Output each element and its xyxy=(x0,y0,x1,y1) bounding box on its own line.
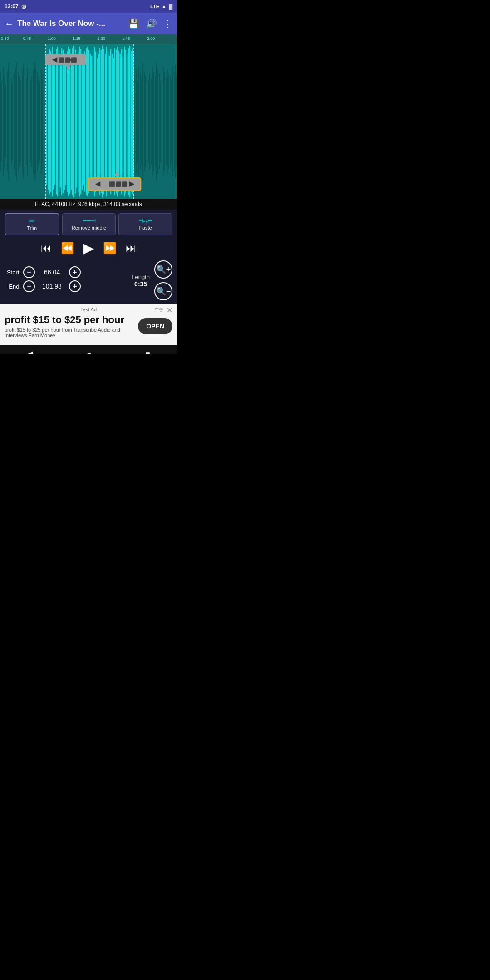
waveform-container[interactable]: ◀ ▶ ⬛⬛⬛ ◀ ▶ ⬛⬛⬛ xyxy=(0,44,177,199)
length-value: 0:35 xyxy=(134,280,147,288)
trim-button[interactable]: ⊣━⊢ Trim xyxy=(5,213,59,235)
start-plus-button[interactable]: + xyxy=(69,266,81,278)
svg-rect-94 xyxy=(125,50,126,193)
svg-rect-80 xyxy=(106,47,107,196)
ad-content: profit $15 to $25 per hour profit $15 to… xyxy=(5,314,172,338)
end-plus-button[interactable]: + xyxy=(69,280,81,292)
svg-rect-22 xyxy=(29,72,29,172)
svg-rect-62 xyxy=(82,54,83,190)
svg-rect-24 xyxy=(31,76,32,167)
zoom-in-button[interactable]: 🔍+ xyxy=(154,260,172,279)
svg-rect-16 xyxy=(20,81,21,162)
svg-rect-8 xyxy=(10,69,10,174)
svg-rect-68 xyxy=(90,54,91,190)
svg-rect-92 xyxy=(122,56,123,187)
svg-rect-83 xyxy=(110,49,111,194)
svg-rect-41 xyxy=(53,54,54,190)
start-label: Start: xyxy=(5,269,21,276)
end-minus-button[interactable]: − xyxy=(23,280,35,292)
svg-rect-78 xyxy=(103,49,104,194)
svg-rect-44 xyxy=(57,47,58,196)
svg-rect-53 xyxy=(69,49,70,194)
svg-rect-89 xyxy=(118,51,119,192)
svg-rect-43 xyxy=(56,49,57,194)
svg-rect-70 xyxy=(93,49,93,194)
svg-rect-114 xyxy=(152,67,153,176)
svg-rect-60 xyxy=(79,47,80,196)
fast-forward-button[interactable]: ⏩ xyxy=(103,242,117,255)
svg-rect-74 xyxy=(98,54,99,190)
svg-rect-130 xyxy=(174,72,175,172)
svg-rect-10 xyxy=(12,83,13,160)
ad-banner: Test Ad 广告 ✕ profit $15 to $25 per hour … xyxy=(0,304,177,345)
svg-text:◀: ◀ xyxy=(95,180,101,187)
end-label: End: xyxy=(5,283,21,290)
svg-rect-57 xyxy=(75,50,76,193)
svg-rect-85 xyxy=(113,58,114,185)
notification-icon: ◎ xyxy=(21,3,26,10)
top-bar: ← The War Is Over Now -... 💾 🔊 ⋮ xyxy=(0,13,177,34)
playback-controls: ⏮ ⏪ ▶ ⏩ ⏭ xyxy=(5,240,172,256)
svg-rect-90 xyxy=(120,54,121,190)
ruler-tick-0: 0:30 xyxy=(1,36,9,41)
svg-rect-124 xyxy=(166,78,167,165)
end-value-input[interactable] xyxy=(37,283,67,290)
svg-rect-64 xyxy=(84,51,85,192)
status-bar: 12:07 ◎ LTE ▲ ▓ xyxy=(0,0,177,13)
info-bar: FLAC, 44100 Hz, 976 kbps, 314.03 seconds xyxy=(0,199,177,210)
svg-rect-50 xyxy=(65,58,66,185)
svg-rect-4 xyxy=(4,76,5,167)
home-nav-button[interactable]: ● xyxy=(87,349,92,354)
more-button[interactable]: ⋮ xyxy=(163,18,172,29)
svg-rect-2 xyxy=(1,81,2,162)
svg-rect-31 xyxy=(41,69,42,174)
svg-rect-120 xyxy=(160,81,161,162)
svg-rect-39 xyxy=(50,51,51,192)
svg-rect-86 xyxy=(114,48,115,195)
svg-rect-98 xyxy=(131,51,132,192)
skip-to-start-button[interactable]: ⏮ xyxy=(41,242,52,255)
svg-rect-54 xyxy=(71,54,72,190)
length-label: Length xyxy=(132,274,150,280)
trim-icon: ⊣━⊢ xyxy=(7,218,57,225)
end-row: End: − + xyxy=(5,280,129,292)
svg-rect-58 xyxy=(76,56,77,187)
svg-rect-73 xyxy=(97,58,98,185)
controls-section: ⊣━⊢ Trim ⊢━⊣ Remove middle ⊣╦⊢ Paste ⏮ ⏪… xyxy=(0,210,177,304)
remove-middle-button[interactable]: ⊢━⊣ Remove middle xyxy=(62,213,116,235)
save-button[interactable]: 💾 xyxy=(128,18,139,29)
back-button[interactable]: ← xyxy=(5,19,14,29)
svg-rect-128 xyxy=(171,81,172,162)
zoom-out-button[interactable]: 🔍− xyxy=(154,282,172,300)
skip-to-end-button[interactable]: ⏭ xyxy=(126,242,137,255)
start-value-input[interactable] xyxy=(37,269,67,276)
svg-rect-26 xyxy=(34,63,35,181)
start-row: Start: − + xyxy=(5,266,129,278)
mode-buttons: ⊣━⊢ Trim ⊢━⊣ Remove middle ⊣╦⊢ Paste xyxy=(5,213,172,235)
ruler-tick-3: 1:15 xyxy=(73,36,81,41)
svg-rect-5 xyxy=(5,85,6,158)
svg-rect-71 xyxy=(94,47,95,196)
play-button[interactable]: ▶ xyxy=(83,240,94,256)
start-minus-button[interactable]: − xyxy=(23,266,35,278)
recents-nav-button[interactable]: ■ xyxy=(145,349,150,354)
paste-button[interactable]: ⊣╦⊢ Paste xyxy=(118,213,172,235)
svg-rect-59 xyxy=(78,51,78,192)
svg-rect-61 xyxy=(80,49,81,194)
svg-rect-25 xyxy=(33,69,34,174)
ruler-tick-4: 1:30 xyxy=(98,36,106,41)
svg-rect-37 xyxy=(48,54,49,190)
svg-rect-23 xyxy=(30,81,31,162)
back-nav-button[interactable]: ◀ xyxy=(27,349,33,354)
ad-close-button[interactable]: ✕ xyxy=(167,306,172,314)
svg-rect-112 xyxy=(149,74,150,169)
svg-rect-17 xyxy=(22,69,23,174)
svg-rect-69 xyxy=(91,56,92,187)
svg-rect-29 xyxy=(38,76,39,167)
volume-button[interactable]: 🔊 xyxy=(146,18,157,29)
svg-rect-20 xyxy=(26,78,27,165)
rewind-button[interactable]: ⏪ xyxy=(61,242,74,255)
svg-rect-14 xyxy=(18,72,19,172)
svg-rect-95 xyxy=(127,54,127,190)
ad-open-button[interactable]: OPEN xyxy=(138,318,172,334)
